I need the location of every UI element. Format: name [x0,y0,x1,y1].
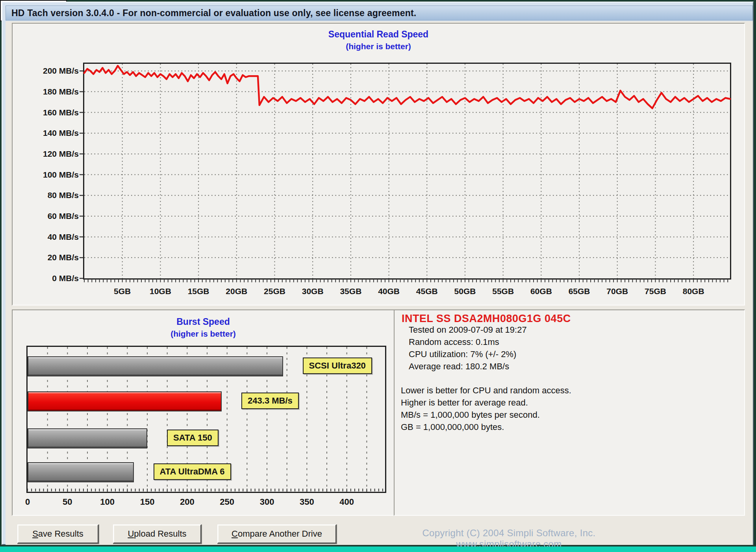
x-axis-tick-label: 40GB [371,287,407,296]
note-line: MB/s = 1,000,000 bytes per second. [401,409,571,421]
burst-axis-tick-label: 200 [169,497,205,507]
x-axis-tick-label: 70GB [600,287,635,296]
burst-bar [28,428,147,448]
y-axis-tick-label: 140 MB/s [13,128,79,139]
x-axis-tick-label: 20GB [219,287,254,296]
window-title: HD Tach version 3.0.4.0 - For non-commer… [11,8,416,19]
burst-chart-title: Burst Speed [13,317,394,327]
y-axis-tick-label: 120 MB/s [13,148,79,159]
drive-name: INTEL SS DSA2MH080G1G 045C [402,313,571,325]
sequential-chart-subtitle: (higher is better) [13,42,744,51]
y-axis-tick-label: 20 MB/s [13,252,79,263]
burst-bar-label: SATA 150 [167,430,219,446]
burst-axis-tick-label: 100 [90,497,125,507]
burst-bar-this-drive [28,391,222,411]
note-line: Higher is better for average read. [401,396,571,409]
burst-axis-tick-label: 250 [209,497,245,507]
burst-bar [28,356,283,376]
x-axis-tick-label: 60GB [523,287,559,296]
burst-bar-label: ATA UltraDMA 6 [154,463,231,480]
y-axis-tick-label: 0 MB/s [13,273,79,284]
burst-axis-tick-label: 0 [10,497,45,507]
x-axis-tick-label: 35GB [333,287,369,296]
sequential-read-line [84,66,730,108]
burst-speed-chart: SCSI Ultra320243.3 MB/sSATA 150ATA Ultra… [26,346,386,493]
info-line: Tested on 2009-07-09 at 19:27 [409,324,527,336]
x-axis-tick-label: 80GB [676,287,711,296]
y-axis-tick-label: 80 MB/s [13,190,79,201]
x-axis-tick-label: 55GB [485,287,521,296]
compare-another-drive-button[interactable]: Compare Another Drive [217,524,336,543]
legend-notes: Lower is better for CPU and random acces… [401,384,571,433]
x-axis-tick-label: 50GB [447,287,483,296]
y-axis-tick-label: 60 MB/s [13,211,79,222]
burst-axis-tick-label: 300 [249,497,285,507]
burst-bar [28,462,134,482]
drive-stats: Tested on 2009-07-09 at 19:27Random acce… [409,324,527,372]
drive-info-panel: INTEL SS DSA2MH080G1G 045C Tested on 200… [394,309,745,516]
x-axis-tick-label: 75GB [637,287,673,296]
burst-bar-label: 243.3 MB/s [241,393,299,409]
burst-axis-tick-label: 50 [50,497,85,507]
burst-axis-tick-label: 150 [130,497,165,507]
burst-axis-tick-label: 350 [289,497,324,507]
burst-axis-tick-label: 400 [329,497,365,507]
desktop-edge-strip [0,546,756,552]
burst-chart-subtitle: (higher is better) [13,329,394,339]
y-axis-tick-label: 200 MB/s [13,65,79,76]
y-axis-tick-label: 100 MB/s [13,169,79,180]
info-line: CPU utilization: 7% (+/- 2%) [409,348,527,360]
burst-bar-label: SCSI Ultra320 [303,358,372,374]
save-results-button[interactable]: Save Results [17,524,98,543]
burst-speed-panel: Burst Speed (higher is better) SCSI Ultr… [12,309,395,516]
x-axis-tick-label: 30GB [295,287,330,296]
sequential-read-panel: Sequential Read Speed (higher is better)… [12,23,745,306]
upload-results-button[interactable]: Upload Results [113,524,201,543]
x-axis-tick-label: 15GB [181,287,216,296]
sequential-chart-title: Sequential Read Speed [13,29,744,40]
x-axis-tick-label: 10GB [143,287,178,296]
sequential-read-chart [83,63,731,280]
x-axis-tick-label: 5GB [105,287,140,296]
note-line: GB = 1,000,000,000 bytes. [401,421,571,433]
y-axis-tick-label: 160 MB/s [13,107,79,118]
y-axis-tick-label: 180 MB/s [13,86,79,97]
y-axis-tick-label: 40 MB/s [13,232,79,243]
info-line: Random access: 0.1ms [409,336,527,348]
note-line: Lower is better for CPU and random acces… [401,384,571,396]
x-axis-tick-label: 65GB [561,287,597,296]
title-bar[interactable]: HD Tach version 3.0.4.0 - For non-commer… [6,6,753,20]
x-axis-tick-label: 45GB [409,287,445,296]
x-axis-tick-label: 25GB [257,287,292,296]
info-line: Average read: 180.2 MB/s [409,360,527,372]
sequential-read-line-chart [84,64,730,278]
